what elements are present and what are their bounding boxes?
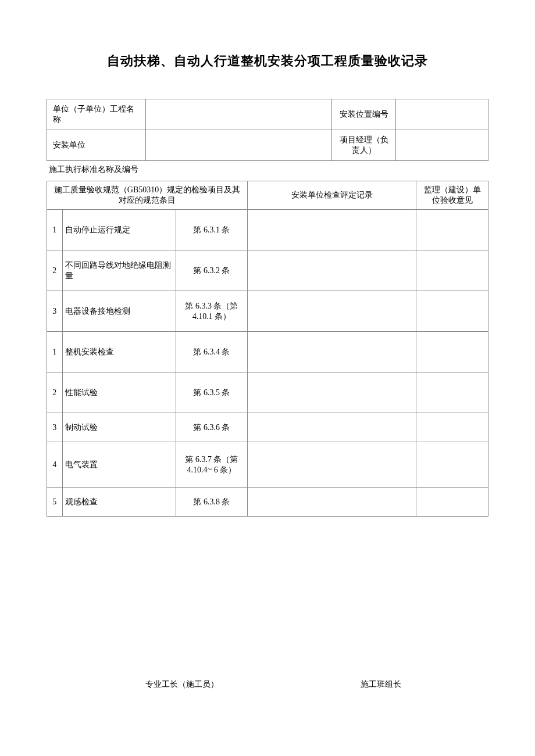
table-row-num: 5: [47, 488, 63, 517]
table-row-item: 电气装置: [62, 442, 176, 488]
header-install-unit-label: 安装单位: [47, 130, 146, 161]
table-row-clause: 第 6.3.1 条: [176, 210, 247, 250]
table-row-clause: 第 6.3.8 条: [176, 488, 247, 517]
table-row-num: 2: [47, 250, 63, 291]
table-row-clause: 第 6.3.3 条（第 4.10.1 条）: [176, 291, 247, 332]
table-row-record: [248, 372, 416, 413]
table-row-record: [248, 488, 416, 517]
table-row-item: 制动试验: [62, 413, 176, 442]
header-unit-project-value: [146, 99, 332, 130]
footer-signatures: 专业工长（施工员） 施工班组长: [47, 679, 488, 690]
table-row-clause: 第 6.3.5 条: [176, 372, 247, 413]
table-row-clause: 第 6.3.6 条: [176, 413, 247, 442]
table-row-num: 4: [47, 442, 63, 488]
table-row-num: 1: [47, 210, 63, 250]
table-row-item: 观感检查: [62, 488, 176, 517]
inspection-table: 施工质量验收规范（GB50310）规定的检验项目及其对应的规范条目 安装单位检查…: [47, 181, 488, 517]
table-row-item: 电器设备接地检测: [62, 291, 176, 332]
table-row-item: 性能试验: [62, 372, 176, 413]
table-row-record: [248, 210, 416, 250]
table-row-item: 不同回路导线对地绝缘电阻测量: [62, 250, 176, 291]
table-row-clause: 第 6.3.7 条（第 4.10.4~ 6 条）: [176, 442, 247, 488]
footer-foreman-label: 专业工长（施工员）: [145, 679, 219, 690]
table-row-record: [248, 291, 416, 332]
table-row-opinion: [416, 372, 488, 413]
table-row-opinion: [416, 413, 488, 442]
table-row-num: 3: [47, 413, 63, 442]
header-pm-value: [396, 130, 488, 161]
table-row-record: [248, 250, 416, 291]
header-install-position-value: [396, 99, 488, 130]
col-header-record: 安装单位检查评定记录: [248, 181, 416, 210]
table-row-record: [248, 332, 416, 372]
table-row-num: 2: [47, 372, 63, 413]
table-row-clause: 第 6.3.4 条: [176, 332, 247, 372]
table-row-opinion: [416, 250, 488, 291]
standard-execution-line: 施工执行标准名称及编号: [47, 161, 488, 181]
col-header-opinion: 监理（建设）单位验收意见: [416, 181, 488, 210]
table-row-item: 整机安装检查: [62, 332, 176, 372]
table-row-opinion: [416, 488, 488, 517]
header-unit-project-label: 单位（子单位）工程名称: [47, 99, 146, 130]
table-row-opinion: [416, 291, 488, 332]
table-row-record: [248, 413, 416, 442]
header-install-position-label: 安装位置编号: [332, 99, 396, 130]
table-row-num: 1: [47, 332, 63, 372]
document-title: 自动扶梯、自动人行道整机安装分项工程质量验收记录: [47, 52, 488, 70]
table-row-record: [248, 442, 416, 488]
table-row-opinion: [416, 210, 488, 250]
header-install-unit-value: [146, 130, 332, 161]
col-header-spec: 施工质量验收规范（GB50310）规定的检验项目及其对应的规范条目: [47, 181, 248, 210]
table-row-num: 3: [47, 291, 63, 332]
header-pm-label: 项目经理（负责人）: [332, 130, 396, 161]
table-row-clause: 第 6.3.2 条: [176, 250, 247, 291]
table-row-opinion: [416, 442, 488, 488]
footer-teamleader-label: 施工班组长: [361, 679, 401, 690]
table-row-item: 自动停止运行规定: [62, 210, 176, 250]
table-row-opinion: [416, 332, 488, 372]
header-table: 单位（子单位）工程名称 安装位置编号 安装单位 项目经理（负责人）: [47, 99, 488, 161]
